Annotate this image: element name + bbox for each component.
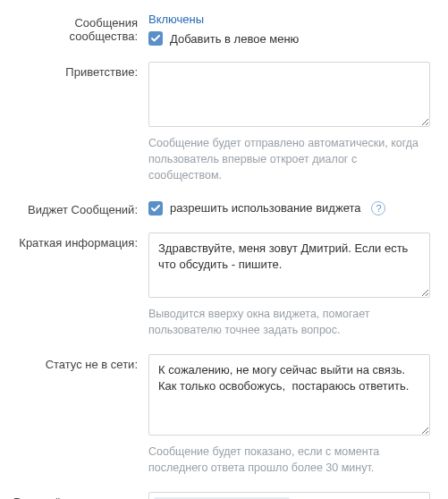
domains-row: Разрешённые домены: http://smartlandin.b… [9, 492, 439, 499]
greeting-textarea[interactable] [148, 62, 430, 127]
greeting-label: Приветствие: [9, 62, 148, 183]
allow-widget-checkbox[interactable] [148, 201, 163, 216]
allow-widget-label: разрешить использование виджета [170, 201, 360, 215]
greeting-hint: Сообщение будет отправлено автоматически… [148, 135, 430, 183]
offline-hint: Сообщение будет показано, если с момента… [148, 444, 430, 476]
add-left-menu-label: Добавить в левое меню [170, 32, 299, 46]
domains-input[interactable]: http://smartlandin.biz ✕ [148, 492, 430, 499]
domains-label: Разрешённые домены: [9, 492, 148, 499]
offline-textarea[interactable] [148, 354, 430, 436]
check-icon [151, 35, 160, 42]
messages-status-link[interactable]: Включены [148, 13, 204, 26]
widget-row: Виджет Сообщений: разрешить использовани… [9, 199, 439, 216]
add-left-menu-checkbox[interactable] [148, 31, 163, 46]
widget-label: Виджет Сообщений: [9, 199, 148, 216]
offline-field: Сообщение будет показано, если с момента… [148, 354, 439, 476]
short-info-label: Краткая информация: [9, 233, 148, 338]
help-icon[interactable]: ? [371, 201, 385, 216]
widget-field: разрешить использование виджета ? [148, 199, 439, 216]
messages-row: Сообщения сообщества: Включены Добавить … [9, 13, 439, 46]
messages-label: Сообщения сообщества: [9, 13, 148, 46]
check-icon [151, 205, 160, 212]
short-info-hint: Выводится вверху окна виджета, помогает … [148, 306, 430, 338]
short-info-row: Краткая информация: Выводится вверху окн… [9, 233, 439, 338]
messages-field: Включены Добавить в левое меню [148, 13, 439, 46]
offline-row: Статус не в сети: Сообщение будет показа… [9, 354, 439, 476]
greeting-field: Сообщение будет отправлено автоматически… [148, 62, 439, 183]
offline-label: Статус не в сети: [9, 354, 148, 476]
greeting-row: Приветствие: Сообщение будет отправлено … [9, 62, 439, 183]
short-info-field: Выводится вверху окна виджета, помогает … [148, 233, 439, 338]
short-info-textarea[interactable] [148, 233, 430, 298]
domains-field: http://smartlandin.biz ✕ Виджет будет от… [148, 492, 439, 499]
